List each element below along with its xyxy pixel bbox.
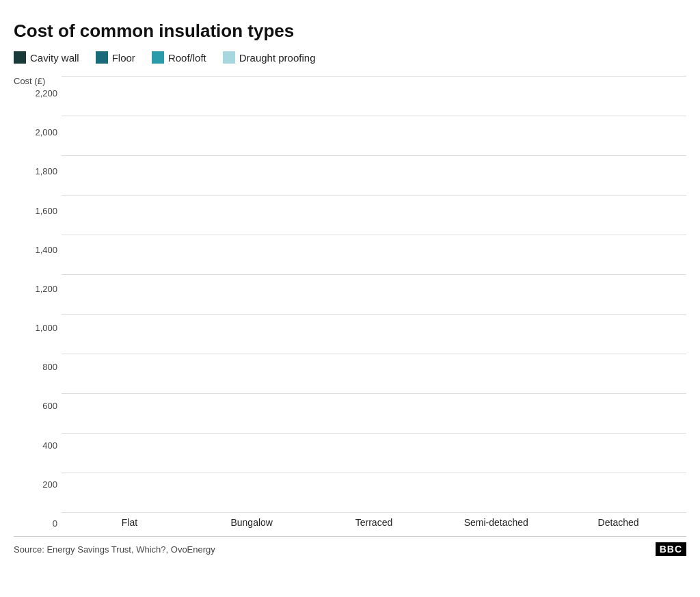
- chart-container: Cost of common insulation types Cavity w…: [0, 0, 700, 597]
- y-tick: 1,400: [14, 246, 62, 254]
- y-tick: 600: [14, 401, 62, 410]
- y-axis-label: Cost (£): [14, 76, 62, 86]
- legend-item: Floor: [96, 51, 135, 64]
- legend-label: Floor: [112, 52, 135, 64]
- legend-swatch: [96, 51, 108, 64]
- x-label: Semi-detached: [462, 517, 530, 528]
- x-label: Terraced: [340, 517, 408, 528]
- x-labels: FlatBungalowTerracedSemi-detachedDetache…: [62, 517, 686, 528]
- legend-item: Cavity wall: [14, 51, 79, 64]
- source-text: Source: Energy Savings Trust, Which?, Ov…: [14, 544, 215, 555]
- chart-area: Cost (£) 02004006008001,0001,2001,4001,6…: [14, 76, 686, 528]
- legend-label: Roof/loft: [168, 52, 206, 64]
- y-tick: 1,000: [14, 323, 62, 332]
- y-axis-container: Cost (£) 02004006008001,0001,2001,4001,6…: [14, 76, 62, 528]
- grid-and-bars: [62, 76, 686, 513]
- x-label: Flat: [95, 517, 163, 528]
- y-tick: 0: [14, 519, 62, 528]
- y-tick: 400: [14, 441, 62, 450]
- x-label: Bungalow: [217, 517, 286, 528]
- legend-label: Cavity wall: [30, 52, 79, 64]
- legend-label: Draught proofing: [239, 52, 316, 64]
- legend-item: Roof/loft: [152, 51, 206, 64]
- y-tick: 1,200: [14, 284, 62, 293]
- y-tick: 200: [14, 480, 62, 489]
- plot-area: FlatBungalowTerracedSemi-detachedDetache…: [62, 76, 686, 528]
- x-label: Detached: [584, 517, 653, 528]
- y-tick: 800: [14, 362, 62, 371]
- chart-title: Cost of common insulation types: [14, 21, 686, 42]
- y-tick: 1,800: [14, 167, 62, 176]
- legend-item: Draught proofing: [223, 51, 316, 64]
- y-tick: 2,000: [14, 128, 62, 137]
- bbc-logo: BBC: [656, 542, 686, 556]
- y-tick: 2,200: [14, 89, 62, 98]
- legend-swatch: [152, 51, 164, 64]
- legend-swatch: [223, 51, 235, 64]
- y-tick: 1,600: [14, 207, 62, 215]
- legend-swatch: [14, 51, 26, 64]
- y-ticks: 02004006008001,0001,2001,4001,6001,8002,…: [14, 89, 62, 528]
- legend: Cavity wallFloorRoof/loftDraught proofin…: [14, 51, 686, 64]
- bars-row: [62, 76, 686, 513]
- footer: Source: Energy Savings Trust, Which?, Ov…: [14, 536, 686, 556]
